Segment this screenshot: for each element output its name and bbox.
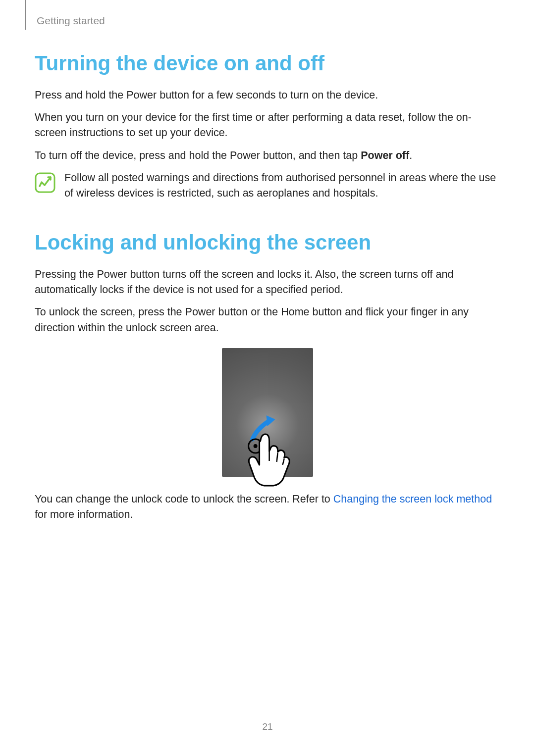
link-screen-lock-method[interactable]: Changing the screen lock method (333, 493, 492, 505)
hand-icon (237, 405, 301, 492)
text-fragment: To turn off the device, press and hold t… (35, 150, 361, 161)
text-fragment: You can change the unlock code to unlock… (35, 493, 333, 505)
note-block: Follow all posted warnings and direction… (35, 170, 500, 201)
paragraph: To unlock the screen, press the Power bu… (35, 304, 500, 335)
unlock-illustration (35, 348, 500, 477)
svg-point-2 (254, 444, 258, 448)
text-fragment: for more information. (35, 508, 133, 520)
paragraph: Press and hold the Power button for a fe… (35, 88, 500, 103)
heading-turning-device: Turning the device on and off (35, 51, 500, 75)
text-fragment: . (409, 150, 412, 161)
breadcrumb: Getting started (35, 15, 500, 27)
svg-rect-0 (36, 173, 54, 192)
paragraph: You can change the unlock code to unlock… (35, 492, 500, 522)
heading-locking-screen: Locking and unlocking the screen (35, 231, 500, 254)
paragraph: Pressing the Power button turns off the … (35, 267, 500, 298)
paragraph: When you turn on your device for the fir… (35, 110, 500, 141)
note-icon (35, 172, 55, 193)
note-text: Follow all posted warnings and direction… (64, 170, 500, 201)
device-screen-graphic (222, 348, 313, 477)
tab-decoration (25, 0, 26, 30)
text-bold: Power off (361, 150, 409, 161)
paragraph: To turn off the device, press and hold t… (35, 148, 500, 163)
page-number: 21 (262, 721, 272, 732)
